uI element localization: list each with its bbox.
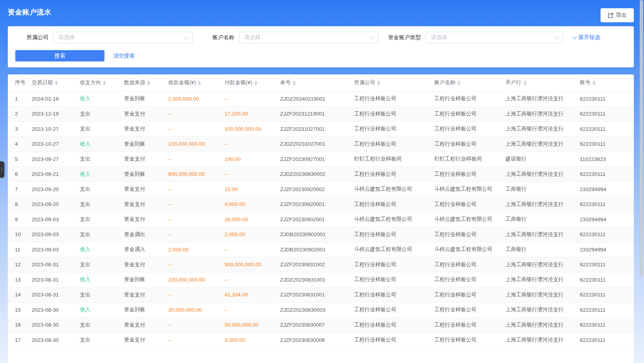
cell-date: 2023-10-27 (32, 121, 80, 137)
filter-row: 所属公司 请选择 账户名称 请选择 资金账户类型 请选择 展开筛选 (8, 26, 634, 43)
cell-company: 钉钉工程行业样板间 (354, 152, 434, 167)
sort-icon[interactable] (254, 81, 257, 85)
table-row[interactable]: 122023-08-31支出资金支付--500,000,000.00ZJZF20… (8, 257, 634, 273)
cell-payment: -- (225, 137, 280, 152)
table-row[interactable]: 32023-10-27支出资金支付--100,000,000.00ZJZF202… (8, 121, 634, 137)
sort-icon[interactable] (55, 81, 58, 85)
column-header-3[interactable]: 数据来源 (124, 74, 168, 91)
column-header-4[interactable]: 收款金额(¥) (168, 74, 225, 91)
column-header-2[interactable]: 收支方向 (80, 74, 124, 91)
clear-search-link[interactable]: 清空搜索 (113, 52, 135, 60)
table-row[interactable]: 52023-09-27支出资金支付--100.00ZJZF20230927001… (8, 152, 634, 167)
cell-no: 2 (8, 107, 32, 122)
column-header-6[interactable]: 单号 (280, 74, 354, 91)
page-scrollbar-thumb[interactable] (640, 0, 643, 277)
table-row[interactable]: 142023-08-31支出资金支付--41,334.00ZJZF2023083… (8, 287, 634, 303)
table-row[interactable]: 162023-08-30支出资金支付--50,000,000.00ZJZF202… (8, 318, 634, 333)
cell-payment: 4,000.00 (225, 197, 280, 212)
company-select-placeholder: 请选择 (58, 34, 75, 41)
expand-filters-link[interactable]: 展开筛选 (572, 34, 600, 41)
table-row[interactable]: 172023-08-30支出资金支付--3,300.00ZJZF20230830… (8, 332, 634, 348)
cell-no: 10 (8, 227, 32, 242)
table-row[interactable]: 102023-09-03支出资金调出--2,000.00ZJDB20230902… (8, 227, 634, 242)
cell-no: 8 (8, 197, 32, 212)
export-icon (608, 13, 613, 18)
sort-icon[interactable] (147, 81, 150, 85)
search-button[interactable]: 搜索 (15, 50, 104, 61)
cell-payment: 100,000,000.00 (225, 121, 280, 137)
account-type-select[interactable]: 请选择 (426, 32, 564, 43)
cell-account_no: 622230111 (580, 91, 634, 107)
cell-payment: 41,334.00 (225, 287, 280, 303)
cell-source: 资金到账 (124, 91, 168, 107)
cell-income: -- (168, 152, 225, 167)
table-row[interactable]: 12024-02-19收入资金到账2,000,000.00--ZJDZ20240… (8, 91, 634, 107)
cell-company: 斗栱云建筑工程有限公司 (354, 242, 434, 257)
cell-direction: 支出 (80, 287, 124, 303)
cell-order: ZJDB20230902001 (280, 227, 354, 242)
cell-account: 工程行业样板公司 (434, 287, 505, 303)
chevron-down-icon (184, 35, 188, 39)
sort-icon[interactable] (457, 81, 461, 85)
cell-account_no: 622230111 (580, 227, 634, 242)
cell-company: 工程行业样板公司 (354, 107, 434, 122)
sort-icon[interactable] (293, 81, 296, 85)
cell-income: -- (168, 287, 225, 303)
cell-no: 1 (8, 91, 32, 107)
side-drawer-handle[interactable] (0, 161, 4, 178)
table-row[interactable]: 72023-09-20支出资金支付--10.00ZJZF20230920002斗… (8, 182, 634, 197)
column-header-7[interactable]: 所属公司 (354, 74, 434, 91)
cell-account: 工程行业样板公司 (434, 302, 505, 318)
export-button[interactable]: 导出 (601, 8, 634, 22)
sort-icon[interactable] (198, 81, 201, 85)
cell-source: 资金支付 (124, 197, 168, 212)
cell-no: 15 (8, 302, 32, 318)
cell-account: 工程行业样板公司 (434, 107, 505, 122)
table-row[interactable]: 112023-09-03收入资金调入2,000.00--ZJDB20230902… (8, 242, 634, 257)
company-select[interactable]: 请选择 (53, 32, 193, 43)
cell-income: -- (168, 318, 225, 333)
cell-no: 11 (8, 242, 32, 257)
cell-account_no: 622230111 (580, 137, 634, 152)
sort-icon[interactable] (592, 81, 595, 85)
cell-order: ZJDZ20230831001 (280, 272, 354, 287)
column-header-8[interactable]: 账户名称 (434, 74, 505, 91)
sort-icon[interactable] (523, 81, 527, 85)
cell-payment: 100.00 (225, 152, 280, 167)
table-row[interactable]: 42023-10-27收入资金到账100,000,000.00--ZJDZ202… (8, 137, 634, 152)
sort-icon[interactable] (103, 81, 106, 85)
cell-account: 工程行业样板公司 (434, 272, 505, 287)
cell-income: -- (168, 107, 225, 122)
cell-source: 资金调入 (124, 242, 168, 257)
column-header-10[interactable]: 账号 (580, 74, 634, 91)
table-row[interactable]: 132023-08-31收入资金到账230,000,000.00--ZJDZ20… (8, 272, 634, 287)
cell-order: ZJDB20230902001 (280, 242, 354, 257)
cell-payment: -- (225, 167, 280, 182)
cell-income: 100,000,000.00 (168, 137, 225, 152)
cell-payment: 2,000.00 (225, 227, 280, 242)
cell-date: 2023-08-31 (32, 287, 80, 303)
cell-bank: 上海工商银行漕河泾支行 (505, 121, 580, 137)
column-header-5[interactable]: 付款金额(¥) (225, 74, 280, 91)
cell-payment: 10.00 (225, 182, 280, 197)
cell-no: 9 (8, 212, 32, 227)
filter-item-account-name: 账户名称 请选择 (193, 32, 378, 43)
cell-company: 工程行业样板公司 (354, 272, 434, 287)
cell-no: 13 (8, 272, 32, 287)
cell-account_no: 233294994 (580, 182, 634, 197)
cell-account_no: 622230111 (580, 272, 634, 287)
column-header-9[interactable]: 开户行 (505, 74, 580, 91)
cell-bank: 上海工商银行漕河泾支行 (505, 302, 580, 318)
table-row[interactable]: 92023-09-03支出资金支付--16,000.00ZJZF20230902… (8, 212, 634, 227)
cell-account: 斗栱云建筑工程有限公司 (434, 182, 505, 197)
column-header-1[interactable]: 交易日期 (32, 74, 80, 91)
page-scrollbar-track[interactable] (639, 0, 644, 363)
table-row[interactable]: 62023-09-21收入资金到账800,000,000.00--ZJDZ202… (8, 167, 634, 182)
sort-icon[interactable] (377, 81, 380, 85)
table-row[interactable]: 82023-09-20支出资金支付--4,000.00ZJZF202309200… (8, 197, 634, 212)
cell-order: ZJZF20231219001 (280, 107, 354, 122)
account-name-select[interactable]: 请选择 (239, 32, 378, 43)
table-row[interactable]: 152023-08-30收入资金到账30,000,000.00--ZJDZ202… (8, 302, 634, 318)
cell-account: 斗栱云建筑工程有限公司 (434, 242, 505, 257)
table-row[interactable]: 22023-12-19支出资金支付--17,200.00ZJZF20231219… (8, 107, 634, 122)
